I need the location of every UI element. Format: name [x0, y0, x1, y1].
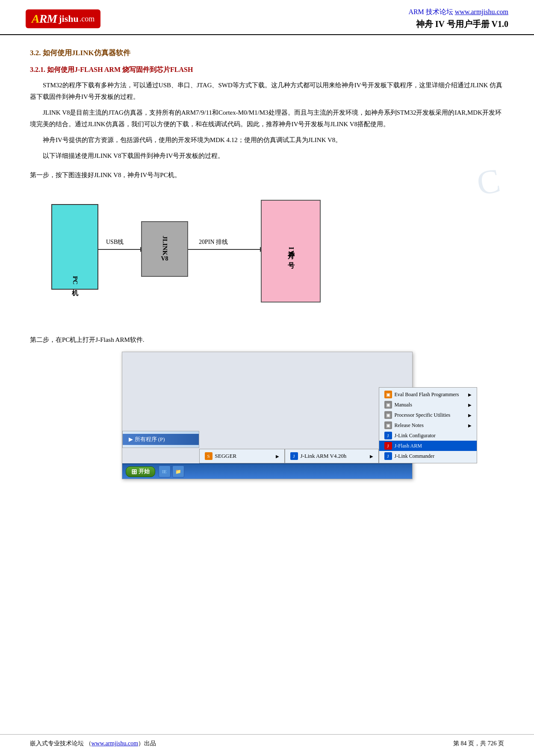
menu-item-arrow: ▶ — [468, 423, 472, 428]
menu-item-label: J-Flash ARM — [395, 443, 422, 449]
paragraph-2: JLINK V8是目前主流的JTAG仿真器，支持所有的ARM7/9/11和Cor… — [30, 107, 504, 130]
jlink-arm-arrow: ▶ — [370, 454, 373, 459]
diagram-area: PC机 USB线 JLINK V8 20PIN 排线 神舟IV号 — [43, 187, 504, 324]
start-button[interactable]: ⊞ 开始 — [126, 466, 155, 477]
paragraph-1: STM32的程序下载有多种方法，可以通过USB、串口、JTAG、SWD等方式下载… — [30, 80, 504, 103]
menu-panel-jlink: J J-Link ARM V4.20h ▶ — [285, 449, 379, 463]
menu-item-icon: ▣ — [384, 421, 392, 429]
forum-link[interactable]: www.armjishu.com — [455, 8, 508, 15]
step-1-text: 第一步，按下图连接好JLINK V8，神舟IV号与PC机。 — [30, 169, 504, 181]
jlink-arm-item[interactable]: J J-Link ARM V4.20h ▶ — [285, 451, 378, 461]
shenzhou-box: 神舟IV号 — [261, 200, 321, 302]
win-screenshot: ▶ 所有程序 (P) S SEGGER ▶ — [122, 352, 413, 479]
section-3-2-1-heading: 3.2.1. 如何使用J-FLASH ARM 烧写固件到芯片FLASH — [30, 65, 504, 74]
programs-btn[interactable]: ▶ 所有程序 (P) — [123, 434, 199, 445]
menu-item-label: J-Link Commander — [395, 453, 435, 460]
step-2-text: 第二步，在PC机上打开J-Flash ARM软件. — [30, 334, 504, 346]
header-right: ARM 技术论坛 www.armjishu.com 神舟 IV 号用户手册 V1… — [408, 8, 508, 30]
menu-item-arrow: ▶ — [468, 392, 472, 397]
header: ARM jishu .com ARM 技术论坛 www.armjishu.com… — [0, 0, 534, 35]
segger-arrow: ▶ — [276, 454, 279, 459]
segger-item[interactable]: S SEGGER ▶ — [200, 451, 284, 461]
jlink-label: JLINK — [161, 236, 168, 255]
menu-item-icon: ▣ — [384, 411, 392, 419]
usb-label: USB线 — [106, 238, 124, 246]
pc-label: PC机 — [71, 276, 79, 285]
menu-item-icon: J — [384, 452, 392, 460]
menu-item-release-notes[interactable]: ▣Release Notes▶ — [379, 420, 477, 430]
menu-item-eval-board-flash-programmers[interactable]: ▣Eval Board Flash Programmers▶ — [379, 389, 477, 400]
menu-item-icon: J — [384, 442, 392, 450]
menu-item-arrow: ▶ — [468, 403, 472, 407]
menu-panel-segger: S SEGGER ▶ — [199, 449, 285, 463]
menu-item-arrow: ▶ — [468, 413, 472, 418]
menu-item-icon: J — [384, 432, 392, 439]
jlink-box: JLINK V8 — [141, 221, 188, 277]
content: 3.2. 如何使用JLINK仿真器软件 3.2.1. 如何使用J-FLASH A… — [0, 35, 534, 523]
footer-left: 嵌入式专业技术论坛 （www.armjishu.com）出品 — [30, 740, 156, 747]
pc-box: PC机 — [51, 204, 98, 290]
menu-item-label: J-Link Configurator — [395, 433, 436, 439]
footer-right: 第 84 页，共 726 页 — [453, 740, 504, 747]
menu-item-processor-specific-utilities[interactable]: ▣Processor Specific Utilities▶ — [379, 410, 477, 420]
taskbar: ⊞ 开始 IE 📁 — [122, 463, 412, 479]
section-3-2-heading: 3.2. 如何使用JLINK仿真器软件 — [30, 48, 504, 58]
logo-box: ARM jishu .com — [26, 9, 100, 28]
menu-item-manuals[interactable]: ▣Manuals▶ — [379, 400, 477, 410]
paragraph-3: 神舟IV号提供的官方资源，包括源代码，使用的开发环境为MDK 4.12；使用的仿… — [30, 134, 504, 146]
logo-area: ARM jishu .com — [26, 9, 100, 28]
menu-item-j-flash-arm[interactable]: JJ-Flash ARM — [379, 441, 477, 451]
taskbar-icon-2[interactable]: 📁 — [172, 465, 184, 477]
windows-icon: ⊞ — [131, 468, 137, 476]
page: ARM jishu .com ARM 技术论坛 www.armjishu.com… — [0, 0, 534, 756]
menu-item-label: Release Notes — [395, 422, 424, 429]
footer-link[interactable]: www.armjishu.com — [91, 740, 139, 747]
menu-item-label: Manuals — [395, 402, 412, 408]
sz-label: 神舟IV号 — [286, 245, 295, 257]
segger-icon: S — [205, 452, 212, 460]
menu-panel-items: ▣Eval Board Flash Programmers▶▣Manuals▶▣… — [379, 387, 477, 463]
menu-item-icon: ▣ — [384, 391, 392, 398]
paragraph-4: 以下详细描述使用JLINK V8下载固件到神舟IV号开发板的过程。 — [30, 150, 504, 162]
menu-item-label: Processor Specific Utilities — [395, 412, 451, 418]
pin-label: 20PIN 排线 — [199, 238, 228, 246]
menu-item-j-link-commander[interactable]: JJ-Link Commander — [379, 451, 477, 461]
screenshot-area: ▶ 所有程序 (P) S SEGGER ▶ — [30, 352, 504, 489]
header-forum: ARM 技术论坛 www.armjishu.com — [408, 8, 508, 17]
logo-dotcom: .com — [80, 15, 95, 24]
arrow-pc-jlink — [98, 249, 141, 250]
logo-arm: ARM — [32, 12, 57, 26]
taskbar-icons: IE 📁 — [159, 465, 184, 477]
taskbar-icon-1[interactable]: IE — [159, 465, 171, 477]
menu-item-icon: ▣ — [384, 401, 392, 409]
logo-jishu: jishu — [59, 13, 78, 24]
menu-item-label: Eval Board Flash Programmers — [395, 391, 459, 398]
jlink-v8-label: V8 — [161, 255, 168, 262]
menu-item-j-link-configurator[interactable]: JJ-Link Configurator — [379, 430, 477, 441]
jlink-arm-icon: J — [290, 452, 298, 460]
arrow-jlink-sz — [188, 249, 261, 250]
footer: 嵌入式专业技术论坛 （www.armjishu.com）出品 第 84 页，共 … — [0, 734, 534, 747]
programs-area: ▶ 所有程序 (P) — [122, 431, 199, 448]
header-title: 神舟 IV 号用户手册 V1.0 — [408, 18, 508, 30]
